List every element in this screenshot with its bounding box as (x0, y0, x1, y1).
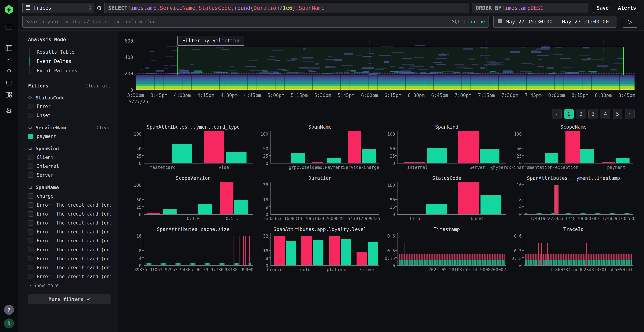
clear-all-link[interactable]: Clear all (85, 83, 110, 88)
bar[interactable] (204, 130, 224, 163)
bar[interactable] (368, 242, 378, 265)
heatmap-plot[interactable]: Filter by Selection (136, 38, 634, 90)
alerts-button[interactable]: Alerts (616, 3, 638, 13)
bar[interactable] (404, 162, 424, 163)
analysis-mode-item[interactable]: Event Patterns (29, 66, 110, 75)
checkbox[interactable] (28, 238, 34, 244)
search-input[interactable] (26, 19, 452, 25)
bar[interactable] (427, 148, 448, 163)
bar[interactable] (198, 204, 212, 214)
bar[interactable] (616, 158, 630, 163)
pagination-page-button[interactable]: 4 (600, 109, 610, 119)
help-button[interactable]: ? (4, 305, 14, 315)
selection-rectangle[interactable] (178, 47, 624, 75)
bar[interactable] (327, 158, 341, 163)
filter-clear-link[interactable]: Clear (96, 125, 110, 130)
bar[interactable] (234, 200, 248, 214)
filter-option[interactable]: Error: The credit card (end… (28, 247, 110, 253)
bar[interactable] (301, 236, 312, 265)
filter-option[interactable]: charge (28, 193, 110, 199)
checkbox[interactable] (28, 172, 34, 178)
bar[interactable] (545, 153, 558, 163)
source-settings-gear-icon[interactable]: ⚙ (96, 5, 102, 11)
chart-explorer-icon[interactable] (5, 56, 13, 64)
bar[interactable] (458, 182, 480, 214)
filter-option[interactable]: Unset (28, 112, 110, 118)
filter-by-selection-tooltip[interactable]: Filter by Selection (178, 36, 244, 46)
filter-option[interactable]: Error: The credit card (end… (28, 256, 110, 262)
checkbox[interactable] (28, 113, 34, 118)
filter-option[interactable]: Error: The credit card (end… (28, 238, 110, 244)
pagination-page-button[interactable]: 3 (588, 109, 598, 119)
bar[interactable] (356, 252, 368, 265)
user-avatar[interactable]: D (4, 318, 14, 328)
bar[interactable] (286, 240, 296, 265)
checkbox[interactable] (28, 265, 34, 270)
bar[interactable] (292, 153, 305, 163)
more-filters-button[interactable]: More filters (28, 294, 110, 304)
filter-option[interactable]: Client (28, 154, 110, 160)
bar[interactable] (220, 182, 234, 214)
bar[interactable] (458, 130, 479, 163)
filter-option[interactable]: Error: The credit card (end… (28, 274, 110, 280)
settings-gear-icon[interactable]: ⚙ (5, 106, 13, 115)
checkbox[interactable] (28, 274, 34, 279)
checkbox[interactable] (28, 256, 34, 261)
bar[interactable] (426, 204, 447, 214)
checkbox[interactable] (28, 247, 34, 252)
show-more-link[interactable]: Show more (28, 283, 110, 288)
sql-select-input[interactable]: SELECT Timestamp,ServiceName,StatusCode,… (104, 3, 469, 13)
bar[interactable] (348, 130, 361, 163)
sessions-icon[interactable] (5, 79, 13, 87)
pagination-next-button[interactable]: › (625, 109, 634, 119)
toggle-sql[interactable]: SQL (452, 19, 460, 24)
search-bar[interactable]: SQL | Lucene (22, 16, 489, 28)
pagination-page-button[interactable]: 1 (564, 109, 574, 119)
bar[interactable] (312, 162, 323, 163)
bar[interactable] (163, 209, 176, 214)
filter-option[interactable]: Error (28, 104, 110, 110)
checkbox[interactable]: ✓ (28, 134, 34, 139)
toggle-lucene[interactable]: Lucene (468, 19, 485, 24)
bar[interactable] (226, 152, 246, 163)
bar[interactable] (172, 144, 192, 163)
source-select[interactable]: Traces (22, 3, 94, 13)
panel-toggle-icon[interactable] (5, 23, 13, 32)
checkbox[interactable] (28, 220, 34, 226)
date-range-picker[interactable]: May 27 15:30:00 - May 27 21:00:00 (494, 16, 616, 28)
bar[interactable] (602, 162, 616, 163)
bar[interactable] (566, 130, 580, 163)
filter-option[interactable]: Server (28, 172, 110, 178)
checkbox[interactable] (28, 229, 34, 234)
order-by-input[interactable]: ORDER BY Timestamp DESC (472, 3, 588, 13)
hyperdx-logo-icon[interactable] (4, 5, 14, 15)
bar[interactable] (313, 240, 324, 265)
bar[interactable] (329, 236, 340, 265)
checkbox[interactable] (28, 211, 34, 216)
analysis-mode-item[interactable]: Event Deltas (29, 56, 110, 66)
bar[interactable] (362, 149, 376, 163)
alerts-bell-icon[interactable] (5, 67, 13, 76)
pagination-page-button[interactable]: 2 (576, 109, 586, 119)
bar[interactable] (480, 149, 500, 163)
bar[interactable] (341, 239, 351, 265)
pagination-page-button[interactable]: 5 (613, 109, 622, 119)
filter-option[interactable]: Error: The credit card (end… (28, 202, 110, 208)
filter-option[interactable]: Error: The credit card (end… (28, 211, 110, 217)
checkbox[interactable] (28, 202, 34, 208)
analysis-mode-item[interactable]: Results Table (29, 47, 110, 56)
checkbox[interactable] (28, 193, 34, 199)
pagination-prev-button[interactable]: ‹ (552, 109, 562, 119)
bar[interactable] (580, 149, 594, 163)
filter-option[interactable]: Error: The credit card (end… (28, 229, 110, 235)
filter-option[interactable]: Error: The credit card (end… (28, 264, 110, 271)
bar[interactable] (480, 194, 501, 214)
run-query-button[interactable]: ▷ (622, 16, 638, 28)
bar[interactable] (274, 236, 285, 265)
save-button[interactable]: Save (593, 3, 612, 13)
dashboards-icon[interactable] (5, 91, 13, 99)
checkbox[interactable] (28, 164, 34, 169)
filter-option[interactable]: Error: The credit card (end… (28, 220, 110, 226)
checkbox[interactable] (28, 154, 34, 160)
search-logs-icon[interactable] (5, 44, 13, 52)
